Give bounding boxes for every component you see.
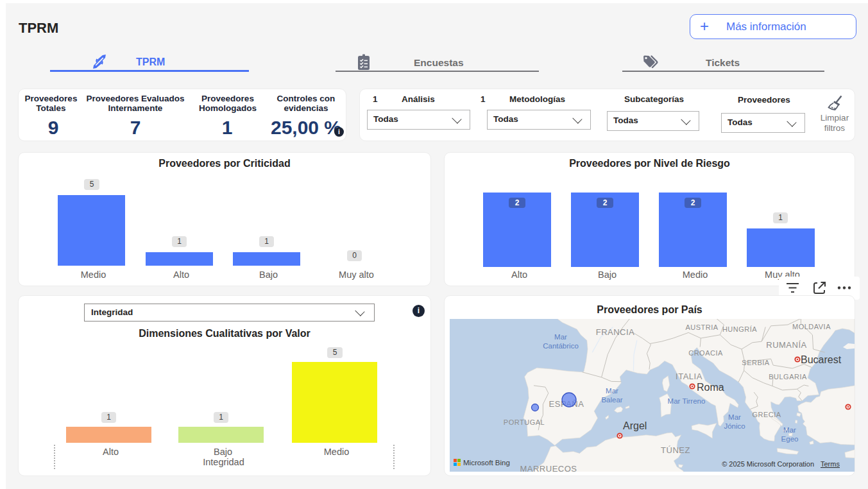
svg-text:TÚNEZ: TÚNEZ bbox=[661, 445, 690, 455]
svg-text:ITALIA: ITALIA bbox=[676, 372, 702, 381]
svg-text:FRANCIA: FRANCIA bbox=[596, 327, 635, 337]
svg-text:Jónico: Jónico bbox=[724, 422, 745, 430]
svg-text:Egeo: Egeo bbox=[781, 435, 799, 443]
svg-text:Mar: Mar bbox=[728, 413, 741, 421]
svg-text:Mar: Mar bbox=[554, 333, 567, 341]
svg-text:HUNGRÍA: HUNGRÍA bbox=[722, 325, 757, 333]
svg-text:Mar Tirreno: Mar Tirreno bbox=[668, 397, 706, 405]
svg-text:Mar: Mar bbox=[606, 387, 618, 395]
svg-text:Bucarest: Bucarest bbox=[801, 354, 842, 365]
svg-text:Mar: Mar bbox=[783, 426, 796, 434]
svg-text:© 2025 Microsoft Corporation: © 2025 Microsoft Corporation bbox=[722, 460, 814, 468]
svg-text:Roma: Roma bbox=[697, 382, 724, 393]
svg-text:SERBIA: SERBIA bbox=[742, 359, 770, 366]
svg-text:Argel: Argel bbox=[623, 420, 647, 431]
svg-text:MARRUECOS: MARRUECOS bbox=[520, 464, 577, 472]
svg-text:MOLDAVIA: MOLDAVIA bbox=[792, 323, 831, 330]
svg-text:Balear: Balear bbox=[601, 396, 622, 404]
svg-text:Terms: Terms bbox=[821, 460, 840, 468]
svg-text:Microsoft Bing: Microsoft Bing bbox=[463, 459, 510, 467]
svg-text:AUSTRIA: AUSTRIA bbox=[685, 323, 718, 331]
svg-text:PORTUGAL: PORTUGAL bbox=[504, 418, 545, 426]
svg-text:GRECIA: GRECIA bbox=[752, 411, 781, 418]
svg-text:CROACIA: CROACIA bbox=[688, 349, 723, 357]
svg-text:RUMANÍA: RUMANÍA bbox=[766, 340, 806, 350]
svg-text:BULGARIA: BULGARIA bbox=[769, 373, 807, 381]
svg-text:Cantábrico: Cantábrico bbox=[543, 342, 579, 350]
